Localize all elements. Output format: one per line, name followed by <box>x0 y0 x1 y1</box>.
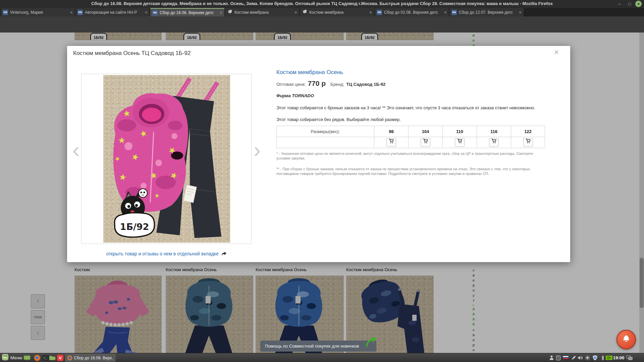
taskbar: lm Меню >_ V Сбор до 16.08. Верх... S <box>0 353 644 362</box>
firewall-shield-tray-icon[interactable] <box>592 354 598 361</box>
user-tray-icon[interactable] <box>549 354 554 361</box>
tablet-pen-tray-icon[interactable] <box>571 354 576 361</box>
files-launcher-icon[interactable] <box>49 354 56 361</box>
page-scrollbar[interactable] <box>639 33 644 353</box>
carousel-prev-icon[interactable]: ‹ <box>72 140 79 160</box>
bluetooth-tray-icon[interactable] <box>601 354 604 361</box>
cart-icon[interactable] <box>421 138 430 147</box>
tab-close-icon[interactable]: × <box>145 10 148 15</box>
cart-icon[interactable] <box>455 138 465 147</box>
rows-note: Этот товар собирается без рядов. Выбирай… <box>276 117 547 122</box>
booking-note: Этот товар собирается с бронью заказов н… <box>276 105 547 110</box>
clock[interactable]: 19:00 <box>613 355 624 360</box>
page-content: 1Б/92 1Б/92 1Б/92 1Б/92 верн Костюм Кост… <box>0 33 644 353</box>
tab-kostyum-1[interactable]: Костюм мембрана × <box>225 8 299 16</box>
size-110: 110 <box>443 126 477 137</box>
tab-sbor-0208[interactable]: NN Сбор до 02.08. Верхняя детс × <box>375 8 449 16</box>
volume-tray-icon[interactable] <box>578 354 583 361</box>
price-row: Оптовая цена: 770 р Бренд: ТЦ Садовод 1Б… <box>276 79 385 87</box>
cart-icon[interactable] <box>386 138 396 147</box>
size-122: 122 <box>511 126 545 137</box>
scrollbar-thumb[interactable] <box>640 258 644 308</box>
tab-close-icon[interactable]: × <box>519 10 522 15</box>
hand-favicon <box>302 9 307 16</box>
open-product-link[interactable]: открыть товар и отзывы о нем в отдельной… <box>81 251 252 257</box>
newbie-help-tooltip: Помощь по Совместной покупке для новичко… <box>260 341 376 352</box>
notification-bell-button[interactable] <box>616 330 636 349</box>
hand-favicon <box>227 9 232 16</box>
window-titlebar: Сбор до 16.08. Верхняя детская одежда. М… <box>0 0 644 8</box>
nvidia-tray-icon[interactable] <box>606 354 612 361</box>
taskbar-window-button[interactable]: Сбор до 16.08. Верх... <box>65 354 115 362</box>
cart-icon[interactable] <box>489 138 499 147</box>
cart-icon[interactable] <box>523 138 533 147</box>
footnote-booking: ** - При сборах с бронью заказов, нельзя… <box>276 167 547 176</box>
nn-favicon: NN <box>77 10 83 15</box>
main-product-photo[interactable]: 1Б/92 <box>103 75 230 243</box>
brightness-tray-icon[interactable] <box>585 354 590 361</box>
svg-text:S: S <box>557 356 559 360</box>
nn-favicon: NN <box>3 10 8 15</box>
add-to-cart-98[interactable] <box>374 137 409 148</box>
tab-bar: NN Vintersorg, Мария × NN Авторизация на… <box>0 8 644 16</box>
tab-close-icon[interactable]: × <box>70 10 73 15</box>
navigation-toolbar: ← → ↻ ⌂ i https://www.nn.ru/community/sp… <box>0 16 644 33</box>
show-desktop-button[interactable] <box>23 354 31 361</box>
mint-logo-icon: lm <box>2 354 8 362</box>
sizes-table: Размеры(вес): 98 104 110 116 122 <box>276 126 545 148</box>
maximize-button[interactable]: ▢ <box>627 1 633 7</box>
price-label: Оптовая цена: <box>276 82 306 87</box>
size-104: 104 <box>409 126 443 137</box>
tab-close-icon[interactable]: × <box>444 10 447 15</box>
window-title: Сбор до 16.08. Верхняя детская одежда. М… <box>0 1 644 6</box>
menu-button[interactable]: lm Меню <box>2 354 22 361</box>
footnote-price: * - Указанная оптовая цена не является к… <box>276 151 547 161</box>
bell-icon <box>622 335 631 345</box>
svg-text:V: V <box>59 356 62 360</box>
empty-cell <box>277 137 374 148</box>
add-to-cart-116[interactable] <box>477 137 511 148</box>
tab-kostyum-2[interactable]: Костюм мембрана × <box>300 8 374 16</box>
size-116: 116 <box>477 126 511 137</box>
touchpad-tray-icon[interactable]: S <box>556 354 560 361</box>
tab-authorization[interactable]: NN Авторизация на сайте НН.Р × <box>75 8 150 16</box>
modal-close-icon[interactable]: × <box>554 48 559 57</box>
tab-close-icon[interactable]: × <box>220 10 222 15</box>
photo-frame: 1Б/92 <box>81 74 252 244</box>
firefox-icon <box>67 355 72 361</box>
add-to-cart-110[interactable] <box>443 137 477 148</box>
workspace-switcher-icon[interactable] <box>627 354 633 361</box>
desktop: Сбор до 16.08. Верхняя детская одежда. М… <box>0 0 644 362</box>
svg-text:>_: >_ <box>44 357 47 360</box>
open-in-new-tab-icon <box>221 252 227 257</box>
size-98: 98 <box>374 126 409 137</box>
firm-note: Фирма TORNADO <box>276 93 314 98</box>
add-to-cart-122[interactable] <box>511 137 545 148</box>
tooltip-green-arrow-icon <box>365 336 376 349</box>
terminal-launcher-icon[interactable]: >_ <box>43 354 49 361</box>
nn-favicon: NN <box>377 10 382 15</box>
product-modal: Костюм мембрана Осень ТЦ Садовод 1Б-92 × <box>67 46 570 262</box>
carousel-next-icon[interactable]: › <box>254 140 261 160</box>
brand-label: Бренд: <box>330 82 344 87</box>
product-name-link[interactable]: Костюм мембрана Осень <box>276 69 343 76</box>
close-button[interactable]: × <box>635 1 642 7</box>
tab-close-icon[interactable]: × <box>369 10 372 15</box>
tab-vintersorg[interactable]: NN Vintersorg, Мария × <box>1 8 75 16</box>
vivaldi-launcher-icon[interactable]: V <box>57 354 63 361</box>
firefox-launcher-icon[interactable] <box>34 354 41 361</box>
svg-text:1Б/92: 1Б/92 <box>120 222 149 232</box>
tab-sbor-1608-active[interactable]: NN Сбор до 16.08. Верхняя детс × <box>150 8 224 16</box>
nn-favicon: NN <box>152 10 158 15</box>
language-ru-flag-icon[interactable] <box>562 354 569 361</box>
sizes-header: Размеры(вес): <box>277 126 374 137</box>
tab-sbor-1207[interactable]: NN Сбор до 12.07. Верхняя детс × <box>449 8 524 16</box>
modal-title: Костюм мембрана Осень ТЦ Садовод 1Б-92 <box>73 50 191 57</box>
price-value: 770 р <box>308 79 326 87</box>
add-to-cart-104[interactable] <box>409 137 443 148</box>
svg-text:lm: lm <box>3 356 7 359</box>
nn-favicon: NN <box>451 10 457 15</box>
tab-close-icon[interactable]: × <box>294 10 297 15</box>
brand-value: ТЦ Садовод 1Б-92 <box>346 82 385 87</box>
minimize-button[interactable]: – <box>616 1 623 7</box>
